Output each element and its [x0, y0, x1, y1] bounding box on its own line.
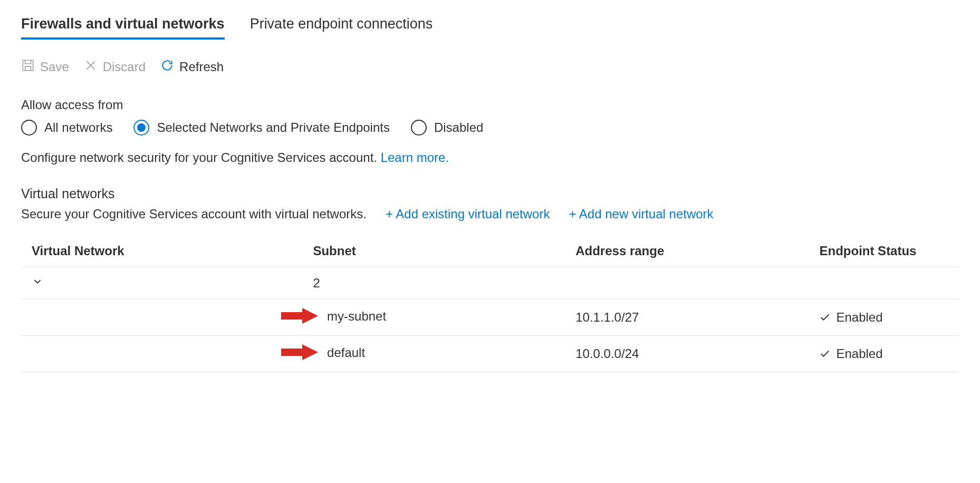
discard-label: Discard — [103, 60, 146, 74]
svg-marker-1 — [281, 308, 318, 324]
radio-icon — [133, 120, 149, 136]
help-text: Configure network security for your Cogn… — [21, 150, 959, 165]
learn-more-link[interactable]: Learn more. — [381, 150, 449, 165]
subnet-name: default — [327, 345, 365, 360]
tab-firewalls[interactable]: Firewalls and virtual networks — [21, 16, 225, 40]
table-row: default 10.0.0.0/24 Enabled — [21, 336, 959, 372]
vnet-heading: Virtual networks — [21, 186, 959, 201]
summary-subnet-count: 2 — [302, 267, 565, 300]
svg-marker-2 — [281, 344, 318, 360]
subnet-name: my-subnet — [327, 309, 386, 323]
add-new-vnet-link[interactable]: + Add new virtual network — [569, 207, 713, 221]
endpoint-status: Enabled — [819, 346, 948, 361]
chevron-down-icon — [32, 276, 43, 291]
toolbar: Save Discard Refresh — [21, 59, 959, 75]
arrow-annotation-icon — [281, 344, 318, 363]
radio-disabled-label: Disabled — [434, 120, 483, 135]
help-text-static: Configure network security for your Cogn… — [21, 150, 381, 165]
radio-disabled[interactable]: Disabled — [411, 120, 483, 136]
col-endpoint-status: Endpoint Status — [809, 235, 959, 267]
save-icon — [21, 59, 35, 75]
vnet-table: Virtual Network Subnet Address range End… — [21, 235, 959, 372]
access-label: Allow access from — [21, 98, 959, 112]
radio-icon — [411, 120, 427, 136]
vnet-subtext: Secure your Cognitive Services account w… — [21, 207, 367, 221]
col-subnet: Subnet — [302, 235, 565, 267]
arrow-annotation-icon — [281, 308, 318, 327]
table-summary-row: 2 — [21, 267, 959, 300]
radio-icon — [21, 120, 37, 136]
vnet-subrow: Secure your Cognitive Services account w… — [21, 207, 959, 221]
radio-selected-networks[interactable]: Selected Networks and Private Endpoints — [133, 120, 390, 136]
table-header-row: Virtual Network Subnet Address range End… — [21, 235, 959, 267]
expand-cell[interactable] — [21, 267, 302, 300]
radio-all-networks[interactable]: All networks — [21, 120, 112, 136]
status-label: Enabled — [836, 346, 882, 361]
tabs-bar: Firewalls and virtual networks Private e… — [21, 16, 959, 40]
address-range: 10.0.0.0/24 — [565, 336, 809, 372]
col-virtual-network: Virtual Network — [21, 235, 302, 267]
radio-selected-networks-label: Selected Networks and Private Endpoints — [157, 120, 390, 135]
discard-button[interactable]: Discard — [84, 59, 146, 75]
close-icon — [84, 59, 98, 75]
status-label: Enabled — [836, 310, 882, 325]
refresh-label: Refresh — [179, 60, 224, 74]
access-radio-group: All networks Selected Networks and Priva… — [21, 120, 959, 136]
check-icon — [819, 312, 831, 323]
refresh-icon — [160, 59, 174, 75]
save-label: Save — [40, 60, 69, 74]
save-button[interactable]: Save — [21, 59, 69, 75]
address-range: 10.1.1.0/27 — [565, 300, 809, 336]
add-existing-vnet-link[interactable]: + Add existing virtual network — [386, 207, 550, 221]
table-row: my-subnet 10.1.1.0/27 Enabled — [21, 300, 959, 336]
col-address-range: Address range — [565, 235, 809, 267]
endpoint-status: Enabled — [819, 310, 948, 325]
radio-all-networks-label: All networks — [44, 120, 112, 135]
tab-private-endpoints[interactable]: Private endpoint connections — [250, 16, 433, 40]
check-icon — [819, 348, 831, 360]
svg-rect-0 — [23, 60, 33, 71]
refresh-button[interactable]: Refresh — [160, 59, 224, 75]
